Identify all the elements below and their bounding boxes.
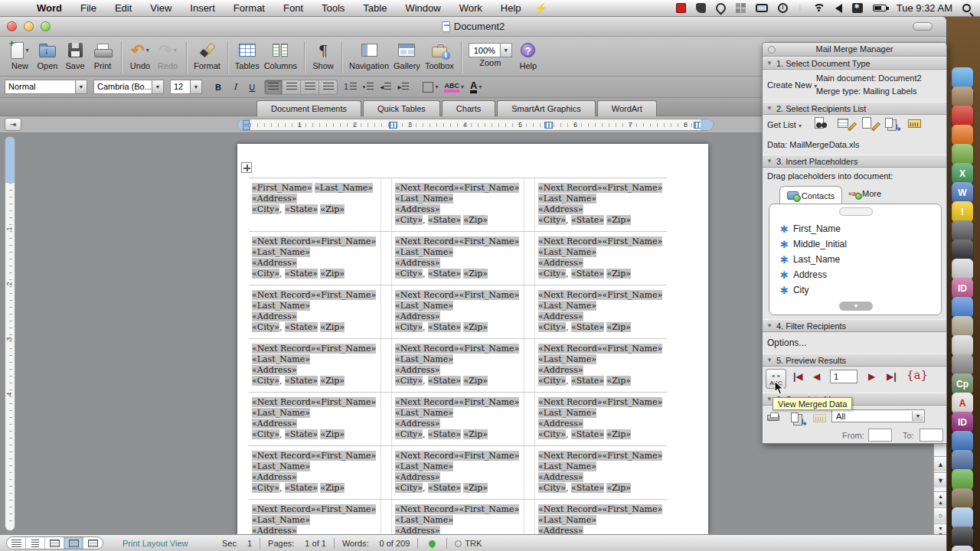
style-combo[interactable]: Normal▼ — [5, 80, 87, 94]
trk-label[interactable]: TRK — [465, 539, 482, 548]
volume-menu-icon[interactable] — [835, 4, 842, 13]
label-cell[interactable]: «Next Record»«First_Name»«Last_Name»«Add… — [392, 446, 524, 499]
zoom-value[interactable]: 100% — [469, 43, 501, 57]
scroll-up-capsule[interactable] — [839, 207, 873, 216]
label-cell[interactable]: «Next Record»«First_Name»«Last_Name»«Add… — [392, 178, 524, 231]
label-cell[interactable]: «Next Record»«First_Name»«Last_Name»«Add… — [249, 446, 381, 499]
gallery-tab-document-elements[interactable]: Document Elements — [256, 100, 361, 116]
menu-insert[interactable]: Insert — [181, 2, 224, 14]
numbered-list-button[interactable]: 1 — [344, 83, 357, 91]
undo-button[interactable]: ↶▾ Undo — [129, 40, 152, 70]
stuffit-icon[interactable] — [952, 106, 973, 127]
record-number-field[interactable]: 1 — [830, 370, 858, 383]
section-select-recipients[interactable]: 2. Select Recipients List — [763, 102, 946, 115]
help-button[interactable]: ? Help — [517, 40, 540, 70]
create-new-button[interactable]: Create New ▾ — [767, 80, 817, 90]
displays-menu-icon[interactable] — [756, 4, 768, 12]
scroll-down-button[interactable]: ▼ — [934, 472, 946, 487]
edit-document-icon[interactable] — [861, 117, 876, 131]
menu-view[interactable]: View — [141, 2, 181, 14]
align-center-button[interactable] — [283, 80, 301, 95]
zoom-dropdown-icon[interactable]: ▼ — [501, 43, 512, 57]
document-page[interactable]: «First_Name» «Last_Name»«Address»«City»,… — [237, 144, 708, 534]
bold-button[interactable]: B — [211, 82, 225, 93]
open-button[interactable]: Open — [36, 40, 59, 70]
script-menu-icon[interactable]: ⚡ — [535, 2, 547, 14]
first-record-button[interactable]: |◀ — [793, 371, 803, 382]
section-insert-placeholders[interactable]: 3. Insert Placeholders — [763, 155, 946, 168]
folder-icon[interactable] — [952, 507, 973, 529]
print-button[interactable]: Print — [91, 40, 114, 70]
label-cell[interactable]: «Next Record»«First_Name»«Last_Name»«Add… — [249, 500, 381, 534]
label-cell[interactable]: «First_Name» «Last_Name»«Address»«City»,… — [249, 178, 381, 231]
palette-title-bar[interactable]: Mail Merge Manager — [763, 43, 946, 57]
underline-button[interactable]: U — [245, 82, 259, 93]
redo-button[interactable]: ↷▾ Redo — [156, 40, 179, 70]
label-cell[interactable]: «Next Record»«First_Name»«Last_Name»«Add… — [392, 285, 524, 338]
acrobat-icon[interactable]: A — [952, 393, 973, 414]
label-cell[interactable]: «Next Record»«First_Name»«Last_Name»«Add… — [535, 285, 667, 338]
last-record-button[interactable]: ▶| — [887, 371, 897, 382]
tables-button[interactable]: Tables — [235, 40, 260, 70]
font-size-combo[interactable]: 12▼ — [170, 80, 202, 94]
label-cell[interactable]: «Next Record»«First_Name»«Last_Name»«Add… — [392, 232, 524, 285]
wacom-icon[interactable] — [952, 450, 973, 471]
tab-stop-selector[interactable]: ⇥ — [5, 118, 21, 131]
label-cell[interactable]: «Next Record»«First_Name»«Last_Name»«Add… — [535, 393, 667, 445]
placeholder-city[interactable]: ✱City — [780, 282, 809, 298]
keyboard-menu-icon[interactable] — [852, 3, 863, 13]
font-color-button[interactable]: A▾ — [470, 81, 482, 93]
menu-word[interactable]: Word — [28, 2, 71, 14]
align-left-button[interactable] — [264, 80, 283, 95]
label-cell[interactable]: «Next Record»«First_Name»«Last_Name»«Add… — [535, 500, 667, 534]
gallery-tab-charts[interactable]: Charts — [442, 100, 495, 116]
envelope-merge-icon[interactable] — [908, 117, 923, 131]
evernote-menu-icon[interactable] — [696, 3, 706, 13]
label-cell[interactable]: «Next Record»«First_Name»«Last_Name»«Add… — [249, 285, 381, 338]
mail-merge-labels-table[interactable]: «First_Name» «Last_Name»«Address»«City»,… — [249, 178, 667, 534]
table-move-handle[interactable] — [241, 162, 252, 173]
imovie-icon[interactable] — [952, 220, 973, 242]
select-browse-object-button[interactable]: ○ — [934, 507, 946, 523]
font-combo[interactable]: Cambria (Bo...▼ — [93, 80, 164, 94]
placeholder-middle_initial[interactable]: ✱Middle_Initial — [780, 236, 847, 252]
warning-icon[interactable]: ! — [952, 201, 973, 223]
borders-button[interactable]: ▾ — [423, 82, 438, 93]
label-cell[interactable]: «Next Record»«First_Name»«Last_Name»«Add… — [392, 339, 524, 392]
first-line-indent-marker[interactable] — [243, 120, 250, 125]
merge-range-select[interactable]: All — [831, 409, 925, 422]
label-cell[interactable]: «Next Record»«First_Name»«Last_Name»«Add… — [249, 393, 381, 445]
left-indent-marker[interactable] — [243, 126, 250, 130]
sprout-icon[interactable] — [952, 469, 973, 491]
table-column-marker[interactable] — [389, 122, 397, 129]
label-cell[interactable]: «Next Record»«First_Name»«Last_Name»«Add… — [249, 339, 381, 392]
picasa-icon[interactable] — [952, 259, 973, 280]
appstore-icon[interactable] — [952, 431, 973, 452]
window-title-bar[interactable]: Document2 — [0, 17, 946, 37]
film-menu-icon[interactable] — [676, 3, 686, 13]
battery-menu-icon[interactable] — [873, 5, 887, 11]
merge-to-printer-icon[interactable] — [767, 412, 782, 425]
from-field[interactable] — [868, 429, 892, 442]
label-cell[interactable]: «Next Record»«First_Name»«Last_Name»«Add… — [535, 446, 667, 499]
time-machine-menu-icon[interactable] — [778, 3, 788, 13]
menu-work[interactable]: Work — [450, 2, 492, 14]
textedit-icon[interactable] — [952, 335, 973, 357]
options-button[interactable]: Options... — [767, 337, 806, 348]
bullet-list-button[interactable]: • — [363, 83, 374, 91]
menu-table[interactable]: Table — [354, 2, 396, 14]
calculator-icon[interactable] — [952, 354, 973, 376]
italic-button[interactable]: I — [230, 81, 240, 93]
edit-data-source-icon[interactable] — [837, 117, 852, 131]
horizontal-ruler[interactable]: 12345678 — [237, 119, 714, 131]
finder-icon[interactable] — [952, 67, 973, 89]
menu-clock[interactable]: Tue 9:32 AM — [897, 2, 952, 14]
menu-help[interactable]: Help — [492, 2, 531, 14]
section-filter-recipients[interactable]: 4. Filter Recipients — [763, 319, 946, 332]
itunes-icon[interactable] — [952, 297, 973, 318]
gallery-tab-quick-tables[interactable]: Quick Tables — [363, 100, 440, 116]
publishing-view-button[interactable] — [45, 537, 64, 549]
next-record-button[interactable]: ▶ — [868, 371, 875, 382]
indesign-icon[interactable]: ID — [952, 412, 973, 433]
gallery-button[interactable]: Gallery — [394, 40, 420, 70]
